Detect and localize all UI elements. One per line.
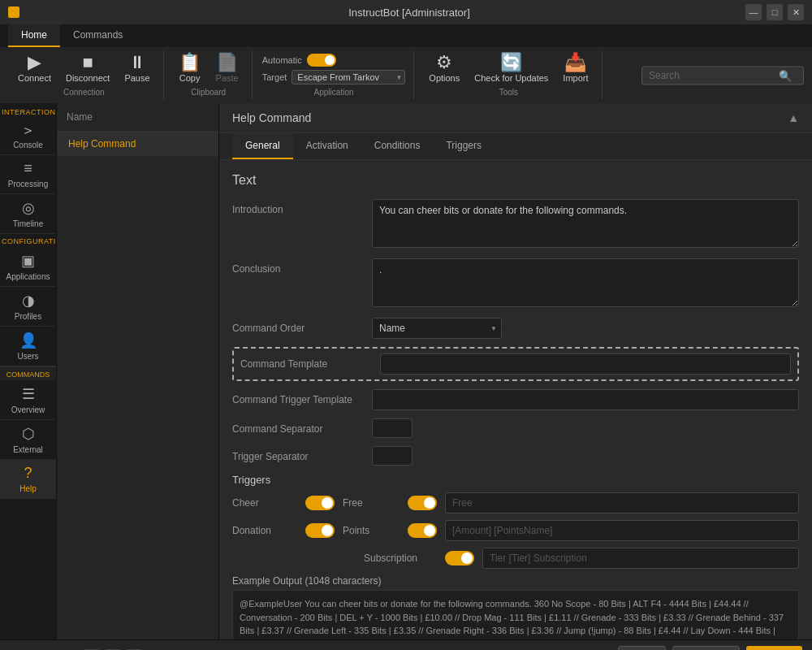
- options-button[interactable]: ⚙ Options: [422, 50, 466, 86]
- donation-trigger-row: Donation Points: [232, 520, 799, 541]
- ribbon-group-connection: ▶ Connect ■ Disconnect ⏸ Pause Connectio…: [5, 50, 164, 100]
- cheer-free-label: Free: [343, 497, 400, 509]
- nav-item-help-command[interactable]: Help Command: [57, 132, 218, 157]
- sidebar-item-users[interactable]: 👤 Users: [0, 327, 56, 366]
- introduction-label: Introduction: [232, 199, 362, 215]
- cheer-trigger-row: Cheer Free: [232, 492, 799, 514]
- introduction-textarea[interactable]: You can cheer bits or donate for the fol…: [372, 199, 799, 248]
- copy-icon: 📋: [179, 54, 201, 72]
- import-button[interactable]: 📥 Import: [556, 50, 594, 86]
- search-input[interactable]: [649, 70, 779, 81]
- users-icon: 👤: [19, 332, 37, 349]
- sidebar: Interaction > Console ≡ Processing ◎ Tim…: [0, 103, 57, 639]
- donation-points-label: Points: [343, 525, 400, 536]
- command-template-input[interactable]: [Command.Name] [Trigger] - [Triggers]: [380, 353, 791, 375]
- paste-icon: 📄: [216, 54, 238, 72]
- donation-label: Donation: [232, 525, 297, 536]
- remove-button[interactable]: Remove: [672, 646, 740, 651]
- ribbon-group-application: Automatic Target Escape From Tarkov Appl…: [254, 50, 415, 100]
- interaction-section-label: Interaction: [0, 103, 56, 118]
- connect-icon: ▶: [28, 54, 41, 72]
- sidebar-item-timeline[interactable]: ◎ Timeline: [0, 194, 56, 234]
- disconnect-button[interactable]: ■ Disconnect: [59, 50, 116, 86]
- profiles-icon: ◑: [22, 292, 35, 310]
- command-trigger-template-row: Command Trigger Template ({TriggerPrefix…: [232, 389, 799, 410]
- applications-icon: ▣: [21, 252, 35, 270]
- commands-section-label: Commands: [0, 366, 56, 380]
- main-layout: Interaction > Console ≡ Processing ◎ Tim…: [0, 103, 812, 639]
- ribbon-group-clipboard: 📋 Copy 📄 Paste Clipboard: [166, 50, 253, 100]
- subscription-trigger-row: Subscription: [232, 548, 799, 569]
- minimize-button[interactable]: —: [745, 4, 762, 20]
- search-bar: 🔍: [641, 66, 804, 84]
- trigger-separator-label: Trigger Separator: [232, 446, 362, 462]
- donation-toggle[interactable]: [305, 523, 335, 538]
- donation-input[interactable]: [445, 520, 799, 541]
- sidebar-item-processing[interactable]: ≡ Processing: [0, 155, 56, 194]
- cheer-input[interactable]: [445, 492, 799, 514]
- subscription-input[interactable]: [482, 548, 799, 569]
- close-button[interactable]: ✕: [788, 4, 804, 20]
- tab-activation[interactable]: Activation: [293, 133, 361, 159]
- example-output-text: @ExampleUser You can cheer bits or donat…: [232, 590, 799, 639]
- collapse-button[interactable]: ▲: [788, 111, 799, 124]
- triggers-section: Triggers Cheer Free Donation Points: [232, 474, 799, 569]
- command-separator-row: Command Separator //: [232, 418, 799, 438]
- tab-commands[interactable]: Commands: [60, 24, 136, 47]
- example-output-label: Example Output (1048 characters): [232, 575, 799, 587]
- sidebar-item-external[interactable]: ⬡ External: [0, 420, 56, 460]
- add-button[interactable]: Add: [618, 646, 666, 651]
- introduction-row: Introduction You can cheer bits or donat…: [232, 199, 799, 250]
- copy-button[interactable]: 📋 Copy: [172, 50, 208, 86]
- automatic-toggle[interactable]: [307, 54, 336, 67]
- bottom-actions: Add Remove Apply: [618, 646, 802, 651]
- apply-button[interactable]: Apply: [746, 646, 802, 651]
- conclusion-textarea[interactable]: .: [372, 258, 799, 307]
- external-icon: ⬡: [22, 425, 35, 443]
- content-body: Text Introduction You can cheer bits or …: [219, 160, 812, 639]
- sidebar-item-applications[interactable]: ▣ Applications: [0, 247, 56, 287]
- options-icon: ⚙: [436, 54, 452, 72]
- cheer-free-toggle[interactable]: [408, 496, 437, 510]
- ribbon-content: ▶ Connect ■ Disconnect ⏸ Pause Connectio…: [0, 47, 812, 103]
- subscription-toggle[interactable]: [445, 551, 474, 566]
- content-tabs: General Activation Conditions Triggers: [219, 133, 812, 160]
- command-trigger-template-input[interactable]: ({TriggerPrefix}[Command.Trigger]): [372, 389, 799, 410]
- ribbon-tabs: Home Commands: [0, 24, 812, 47]
- bottom-bar: Version 3.06.958 🔵 🐦 ▶ Add Remove Apply: [0, 639, 812, 650]
- connect-button[interactable]: ▶ Connect: [11, 50, 58, 86]
- command-separator-input[interactable]: //: [372, 418, 412, 438]
- sidebar-item-overview[interactable]: ☰ Overview: [0, 380, 56, 420]
- help-icon: ?: [24, 465, 32, 482]
- sidebar-item-help[interactable]: ? Help: [0, 460, 56, 499]
- command-template-row: Command Template [Command.Name] [Trigger…: [232, 347, 799, 381]
- trigger-separator-input[interactable]: |: [372, 446, 412, 466]
- configuration-section-label: Configuration: [0, 234, 56, 247]
- donation-points-toggle[interactable]: [408, 523, 437, 538]
- target-label: Target: [262, 72, 287, 82]
- tab-general[interactable]: General: [232, 133, 293, 159]
- command-template-label: Command Template: [240, 358, 370, 370]
- target-select[interactable]: Escape From Tarkov: [292, 70, 405, 84]
- maximize-button[interactable]: □: [767, 4, 783, 20]
- cheer-toggle[interactable]: [305, 496, 335, 510]
- trigger-separator-row: Trigger Separator |: [232, 446, 799, 466]
- tab-conditions[interactable]: Conditions: [361, 133, 434, 159]
- sidebar-item-profiles[interactable]: ◑ Profiles: [0, 287, 56, 327]
- pause-button[interactable]: ⏸ Pause: [118, 50, 156, 86]
- tab-triggers[interactable]: Triggers: [433, 133, 495, 159]
- command-order-label: Command Order: [232, 318, 362, 334]
- check-updates-button[interactable]: 🔄 Check for Updates: [468, 50, 555, 86]
- triggers-title: Triggers: [232, 474, 799, 486]
- example-output-section: Example Output (1048 characters) @Exampl…: [232, 575, 799, 639]
- content-title: Help Command: [232, 111, 311, 124]
- cheer-label: Cheer: [232, 497, 297, 509]
- tab-home[interactable]: Home: [8, 24, 60, 47]
- content-area: Help Command ▲ General Activation Condit…: [219, 103, 812, 639]
- processing-icon: ≡: [24, 160, 32, 177]
- paste-button[interactable]: 📄 Paste: [209, 50, 245, 86]
- window-title: InstructBot [Administrator]: [73, 6, 745, 19]
- command-order-select[interactable]: Name Trigger Random: [372, 318, 502, 339]
- sidebar-item-console[interactable]: > Console: [0, 118, 56, 155]
- pause-icon: ⏸: [128, 54, 146, 72]
